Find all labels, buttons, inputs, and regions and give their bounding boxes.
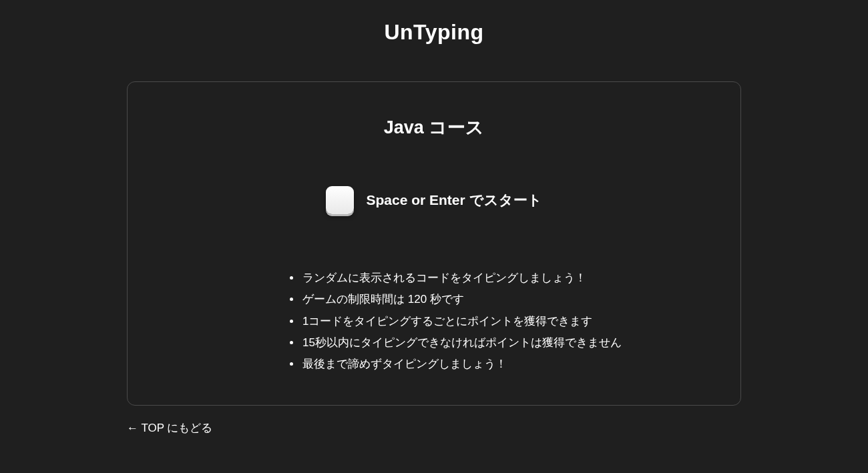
rules-list: ランダムに表示されるコードをタイピングしましょう！ ゲームの制限時間は 120 …	[168, 268, 700, 375]
course-card: Java コース Space or Enter でスタート ランダムに表示される…	[127, 81, 741, 406]
list-item: 1コードをタイピングするごとにポイントを獲得できます	[301, 311, 700, 332]
list-item: ランダムに表示されるコードをタイピングしましょう！	[301, 268, 700, 289]
back-to-top-link[interactable]: ← TOP にもどる	[127, 420, 212, 436]
start-prompt[interactable]: Space or Enter でスタート	[168, 186, 700, 214]
list-item: ゲームの制限時間は 120 秒です	[301, 289, 700, 310]
page-title: UnTyping	[0, 20, 868, 45]
course-title: Java コース	[168, 115, 700, 139]
list-item: 15秒以内にタイピングできなければポイントは獲得できません	[301, 332, 700, 354]
list-item: 最後まで諦めずタイピングしましょう！	[301, 354, 700, 375]
keyboard-key-icon	[326, 186, 354, 214]
start-text: Space or Enter でスタート	[366, 191, 541, 209]
